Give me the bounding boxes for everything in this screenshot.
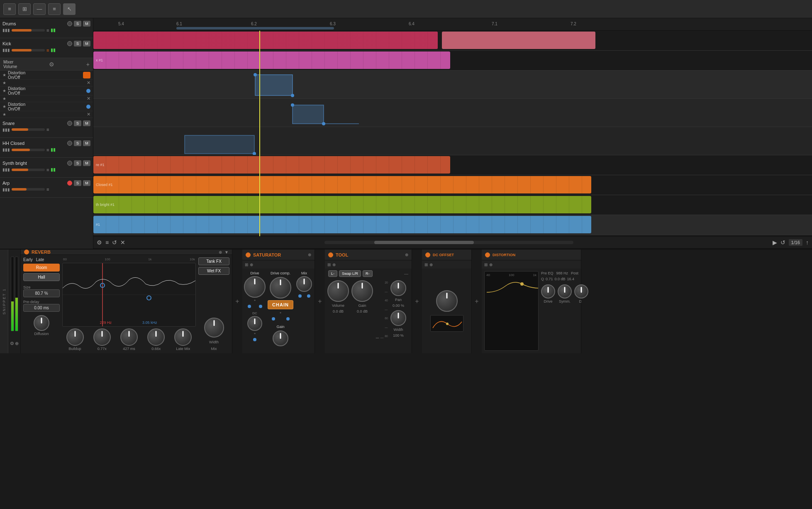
sat-grid-icon[interactable]: ⊞ xyxy=(245,262,248,267)
tool-grid-icon[interactable]: ⊞ xyxy=(327,262,331,267)
solo-btn-arp[interactable]: S xyxy=(74,180,81,186)
close-icon-1[interactable]: ✕ xyxy=(87,80,90,86)
preset-hall-btn[interactable]: Hall xyxy=(23,273,60,281)
dist-drive-knob[interactable] xyxy=(541,284,555,299)
mute-btn-arp[interactable]: M xyxy=(83,180,90,186)
dc-dot[interactable] xyxy=(253,338,256,341)
record-btn-snare[interactable] xyxy=(67,121,72,126)
transport-snap[interactable]: ↑ xyxy=(806,239,809,246)
clip-drums-1[interactable] xyxy=(93,32,438,49)
reverb-menu-icon[interactable]: ⊕ xyxy=(219,250,222,254)
plus-connector-3[interactable]: + xyxy=(412,250,422,353)
pan-knob[interactable] xyxy=(390,280,406,296)
reverb-power-btn[interactable] xyxy=(24,250,29,254)
transport-play-fwd[interactable]: ▶ xyxy=(773,239,777,246)
clip-synth-1[interactable]: th bright #1 xyxy=(93,196,591,213)
sat-menu-icon[interactable]: ⊕ xyxy=(308,252,311,257)
transport-settings[interactable]: ⚙ xyxy=(97,239,102,246)
l-btn[interactable]: L- xyxy=(328,270,337,277)
solo-btn-kick[interactable]: S xyxy=(74,41,81,46)
tool-volume-knob[interactable] xyxy=(327,280,349,302)
dist-dc-knob[interactable] xyxy=(574,284,588,299)
clip-hh-1[interactable]: Closed #1 xyxy=(93,176,591,193)
drivecomp-dot-2[interactable] xyxy=(286,317,290,321)
knob-077[interactable] xyxy=(93,328,111,346)
mixer-settings-icon[interactable]: ⚙ xyxy=(49,61,54,68)
width-knob[interactable] xyxy=(204,318,224,338)
mix-knob[interactable] xyxy=(296,276,312,292)
reverb-arrow-icon[interactable]: ▼ xyxy=(224,250,229,254)
dc-grid-icon[interactable]: ⊞ xyxy=(424,262,428,267)
solo-btn-synth[interactable]: S xyxy=(74,160,81,166)
width-knob-tool[interactable] xyxy=(390,310,406,326)
plus-connector-2[interactable]: + xyxy=(315,250,325,353)
close-icon-3[interactable]: ✕ xyxy=(87,112,90,117)
dc-power-btn[interactable] xyxy=(425,252,430,257)
drive-knob[interactable] xyxy=(244,276,266,298)
knob-427[interactable] xyxy=(120,328,138,346)
tool-menu-icon[interactable]: ⊕ xyxy=(405,252,408,257)
mute-btn-hh[interactable]: M xyxy=(83,140,90,146)
minus-button[interactable]: — xyxy=(33,3,46,15)
record-btn-arp[interactable] xyxy=(67,181,72,186)
tool-gain-knob[interactable] xyxy=(351,280,373,302)
grid-button[interactable]: ⊞ xyxy=(18,3,31,15)
buildup-knob[interactable] xyxy=(66,328,84,346)
clip-drums-2[interactable] xyxy=(442,32,595,49)
gain-knob[interactable] xyxy=(273,330,288,346)
record-btn-kick[interactable] xyxy=(67,41,72,46)
dist-grid-icon[interactable]: ⊞ xyxy=(484,262,488,267)
transport-loop-btn[interactable]: ↺ xyxy=(780,239,785,246)
dist-power-btn[interactable] xyxy=(485,252,490,257)
preset-room-btn[interactable]: Room xyxy=(23,264,60,272)
transport-close[interactable]: ✕ xyxy=(120,239,125,246)
meter-arrows-icon[interactable]: ⊕ xyxy=(15,341,19,346)
dist-connect-icon[interactable]: ⊕ xyxy=(489,262,493,267)
solo-btn-drums[interactable]: S xyxy=(74,21,81,27)
tempo-display[interactable]: 1/16 xyxy=(789,239,802,246)
mix-dot-1[interactable] xyxy=(298,294,302,298)
tool-power-btn[interactable] xyxy=(328,252,333,257)
swap-lr-btn[interactable]: Swap L/R xyxy=(339,270,361,277)
record-btn-drums[interactable] xyxy=(67,21,72,26)
mixer-add-icon[interactable]: + xyxy=(86,61,90,68)
plus-connector-1[interactable]: + xyxy=(232,250,242,353)
sat-connect-icon[interactable]: ⊕ xyxy=(250,262,253,267)
list-button[interactable]: ≡ xyxy=(48,3,61,15)
close-icon-2[interactable]: ✕ xyxy=(87,96,90,101)
transport-undo[interactable]: ↺ xyxy=(112,239,117,246)
r-btn[interactable]: R- xyxy=(363,270,373,277)
mute-btn-kick[interactable]: M xyxy=(83,41,90,46)
mute-btn-snare[interactable]: M xyxy=(83,120,90,126)
record-btn-hh[interactable] xyxy=(67,141,72,146)
tool-connect-icon[interactable]: ⊕ xyxy=(332,262,336,267)
record-btn-synth[interactable] xyxy=(67,161,72,166)
solo-btn-hh[interactable]: S xyxy=(74,140,81,146)
mute-btn-synth[interactable]: M xyxy=(83,160,90,166)
size-value[interactable]: 80.7 % xyxy=(23,289,60,297)
drive-dot-1[interactable] xyxy=(248,305,251,308)
clip-kick-1[interactable]: x #1 xyxy=(93,51,450,69)
drivecomp-dot-1[interactable] xyxy=(272,317,275,321)
dc-knob[interactable] xyxy=(247,316,262,331)
diffusion-knob[interactable] xyxy=(34,315,49,331)
transport-list[interactable]: ≡ xyxy=(105,239,109,246)
cursor-button[interactable]: ↖ xyxy=(63,3,76,15)
mute-btn-drums[interactable]: M xyxy=(83,21,90,27)
plus-connector-4[interactable]: + xyxy=(472,250,482,353)
late-mix-knob[interactable] xyxy=(174,328,192,346)
saturator-power-btn[interactable] xyxy=(246,252,251,257)
chain-btn[interactable]: CHAIN xyxy=(268,300,293,309)
knob-066[interactable] xyxy=(147,328,165,346)
tank-fx-btn[interactable]: Tank FX xyxy=(198,257,229,265)
wet-fx-btn[interactable]: Wet FX xyxy=(198,267,229,275)
drivecomp-knob[interactable] xyxy=(270,277,291,299)
predelay-value[interactable]: 0.00 ms xyxy=(23,304,60,312)
dist-symm-knob[interactable] xyxy=(558,284,572,299)
mix-dot-2[interactable] xyxy=(307,294,310,298)
dc-main-knob[interactable] xyxy=(436,290,458,312)
h-scrollbar[interactable] xyxy=(324,241,573,244)
clip-arp-1[interactable]: #1 xyxy=(93,216,591,233)
menu-button[interactable]: ≡ xyxy=(3,3,16,15)
meter-settings-icon[interactable]: ⚙ xyxy=(10,341,14,346)
